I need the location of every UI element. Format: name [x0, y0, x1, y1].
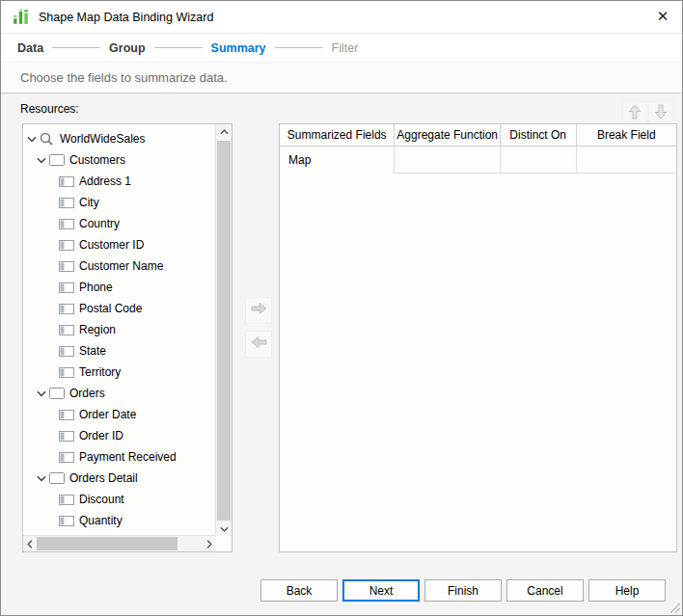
scroll-down-icon[interactable] — [216, 522, 232, 536]
tree-item-order-id[interactable]: Order ID — [23, 425, 216, 446]
step-connector — [52, 47, 100, 48]
dataset-icon — [49, 154, 69, 166]
dataset-icon — [49, 388, 69, 399]
subtitle-text: Choose the fields to summarize data. — [20, 70, 228, 85]
chevron-down-icon[interactable] — [37, 390, 49, 397]
tree-item-address-1[interactable]: Address 1 — [23, 171, 216, 192]
tree-item-discount[interactable]: Discount — [23, 489, 216, 510]
chevron-down-icon[interactable] — [37, 475, 49, 482]
field-icon — [59, 240, 79, 251]
tree-item-label: Payment Received — [79, 450, 177, 464]
field-icon — [59, 176, 79, 187]
break-field-cell[interactable] — [577, 147, 676, 174]
scroll-right-icon[interactable] — [203, 536, 216, 551]
up-arrow-icon — [628, 104, 642, 123]
chevron-down-icon[interactable] — [27, 136, 40, 143]
resources-tree: WorldWideSalesCustomersAddress 1CityCoun… — [22, 123, 232, 552]
horizontal-scrollbar[interactable] — [23, 535, 216, 551]
distinct-on-cell[interactable] — [501, 147, 577, 174]
field-icon — [59, 516, 79, 526]
search-icon — [40, 132, 60, 147]
column-header-summarized-fields: Summarized Fields — [280, 124, 395, 147]
tree-item-payment-received[interactable]: Payment Received — [23, 446, 216, 468]
vertical-scrollbar[interactable] — [215, 124, 232, 536]
field-icon — [59, 282, 79, 293]
tree-item-label: Address 1 — [79, 174, 131, 188]
field-icon — [59, 367, 79, 378]
tree-item-customer-id[interactable]: Customer ID — [23, 234, 216, 255]
wizard-subtitle: Choose the fields to summarize data. — [1, 63, 682, 94]
tree-item-list: WorldWideSalesCustomersAddress 1CityCoun… — [23, 124, 216, 536]
step-data[interactable]: Data — [17, 41, 43, 55]
step-connector — [154, 47, 203, 48]
field-icon — [59, 219, 79, 229]
tree-item-label: WorldWideSales — [60, 132, 145, 146]
tree-item-quantity[interactable]: Quantity — [23, 510, 216, 531]
tree-item-label: Region — [79, 323, 116, 336]
vertical-scroll-thumb[interactable] — [217, 141, 231, 521]
field-icon — [59, 495, 79, 505]
field-icon — [59, 431, 79, 442]
resize-grip-icon[interactable] — [667, 600, 681, 614]
wizard-step-nav: Data Group Summary Filter — [1, 34, 682, 63]
horizontal-scroll-thumb[interactable] — [37, 537, 178, 550]
close-icon[interactable]: ✕ — [653, 7, 672, 26]
shape-map-data-binding-wizard-dialog: Shape Map Data Binding Wizard ✕ Data Gro… — [0, 0, 683, 616]
resources-label: Resources: — [20, 102, 79, 116]
aggregate-function-cell[interactable] — [395, 147, 500, 174]
tree-item-label: Order Date — [79, 408, 136, 421]
tree-item-label: State — [79, 344, 106, 358]
tree-item-territory[interactable]: Territory — [23, 362, 216, 383]
tree-item-label: Order ID — [79, 429, 123, 442]
table-row[interactable]: Map — [280, 147, 676, 174]
step-filter[interactable]: Filter — [332, 41, 359, 55]
tree-item-label: Country — [79, 217, 120, 230]
step-summary[interactable]: Summary — [211, 41, 266, 55]
scroll-left-icon[interactable] — [23, 536, 37, 551]
tree-item-customers[interactable]: Customers — [23, 149, 216, 171]
field-icon — [59, 452, 79, 463]
tree-item-country[interactable]: Country — [23, 213, 216, 234]
tree-item-region[interactable]: Region — [23, 319, 216, 340]
tree-item-state[interactable]: State — [23, 340, 216, 362]
field-icon — [59, 346, 79, 357]
tree-item-order-date[interactable]: Order Date — [23, 404, 216, 425]
tree-item-label: City — [79, 196, 99, 209]
tree-item-orders[interactable]: Orders — [23, 383, 216, 404]
dataset-icon — [49, 472, 69, 484]
next-button[interactable]: Next — [342, 579, 420, 602]
move-up-button[interactable] — [622, 101, 647, 125]
tree-item-city[interactable]: City — [23, 192, 216, 213]
tree-item-label: Phone — [79, 281, 113, 294]
tree-item-worldwidesales[interactable]: WorldWideSales — [23, 128, 216, 149]
column-header-aggregate-function: Aggregate Function — [395, 124, 500, 147]
wizard-content: Resources: WorldWideSalesCustomersAddres… — [1, 94, 682, 615]
step-group[interactable]: Group — [109, 41, 146, 55]
remove-field-button[interactable] — [245, 331, 272, 358]
field-icon — [59, 261, 79, 272]
field-icon — [59, 198, 79, 208]
tree-item-label: Orders — [69, 387, 105, 400]
tree-item-customer-name[interactable]: Customer Name — [23, 255, 216, 277]
chevron-down-icon[interactable] — [37, 157, 49, 164]
tree-item-orders-detail[interactable]: Orders Detail — [23, 468, 216, 489]
add-field-button[interactable] — [245, 297, 272, 324]
summary-fields-panel: Summarized Fields Aggregate Function Dis… — [279, 123, 677, 552]
back-button[interactable]: Back — [260, 579, 338, 602]
tree-item-label: Customer Name — [79, 259, 163, 273]
tree-item-label: Customers — [69, 153, 125, 167]
tree-item-phone[interactable]: Phone — [23, 277, 216, 298]
field-icon — [59, 410, 79, 420]
title-bar: Shape Map Data Binding Wizard ✕ — [1, 1, 682, 34]
column-header-break-field: Break Field — [577, 124, 677, 147]
cancel-button[interactable]: Cancel — [506, 579, 584, 602]
scroll-up-icon[interactable] — [216, 124, 232, 139]
tree-item-postal-code[interactable]: Postal Code — [23, 298, 216, 319]
step-connector — [275, 47, 323, 48]
tree-item-label: Quantity — [79, 514, 123, 527]
tree-item-label: Territory — [79, 365, 121, 379]
move-down-button[interactable] — [648, 101, 673, 125]
field-icon — [59, 304, 79, 314]
finish-button[interactable]: Finish — [424, 579, 502, 602]
help-button[interactable]: Help — [588, 579, 666, 602]
